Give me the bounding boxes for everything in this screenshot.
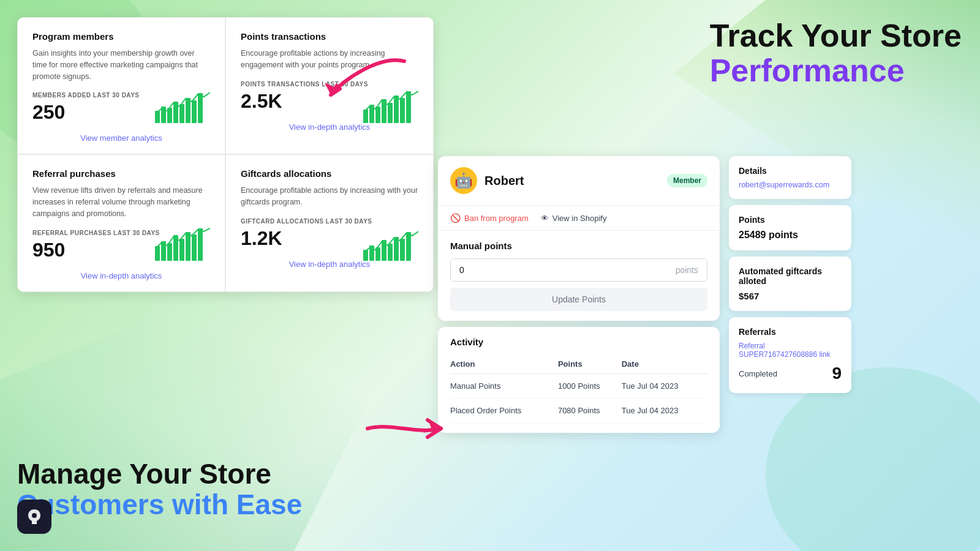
chart-members [155,89,210,123]
member-badge: Member [667,174,707,187]
card-referral-purchases: Referral purchases View revenue lifts dr… [17,154,225,291]
metric-label-giftcards: GIFTCARD ALLOCATIONS LAST 30 DAYS [241,218,418,225]
svg-rect-28 [388,244,393,261]
chart-giftcards [363,227,418,261]
col-action: Action [450,354,558,374]
chart-referral [155,227,210,261]
card-desc-referral: View revenue lifts driven by referrals a… [32,185,210,219]
detail-giftcards-value: $567 [739,291,842,301]
customer-main-panel: 🤖 Robert Member 🚫 Ban from program 👁 Vie… [438,156,720,433]
svg-rect-22 [192,234,197,261]
ban-label: Ban from program [464,214,529,223]
update-points-button[interactable]: Update Points [450,288,707,311]
completed-label: Completed [739,369,777,378]
svg-rect-25 [369,246,374,261]
svg-rect-24 [363,250,368,261]
chart-points [363,89,418,123]
card-title-giftcards: Giftcards allocations [241,168,418,179]
link-giftcards-analytics[interactable]: View in-depth analytics [241,260,418,269]
svg-rect-12 [388,103,393,123]
svg-rect-13 [394,96,399,123]
headline-customers: Customers with Ease [17,489,302,520]
metric-label-points: POINTS TRANSACTIONS LAST 30 DAYS [241,81,418,88]
svg-rect-7 [198,93,203,123]
svg-rect-1 [161,107,166,123]
headline-manage: Manage Your Store [17,459,302,490]
svg-rect-10 [375,107,380,123]
card-desc-points: Encourage profitable actions by increasi… [241,48,418,71]
link-referral-analytics[interactable]: View in-depth analytics [32,271,210,280]
link-member-analytics[interactable]: View member analytics [32,133,210,143]
ban-icon: 🚫 [450,213,461,223]
svg-rect-19 [173,235,178,261]
card-desc-members: Gain insights into your membership growt… [32,48,210,82]
svg-rect-16 [155,246,160,261]
view-shopify-label: View in Shopify [552,214,607,223]
svg-rect-17 [161,241,166,261]
analytics-cards-grid: Program members Gain insights into your … [17,17,434,292]
referral-link: Referral SUPER7167427608886 link [739,342,830,359]
points-suffix: points [667,259,707,281]
card-title-referral: Referral purchases [32,168,210,179]
svg-rect-33 [32,523,37,524]
points-input-row: points [450,258,707,282]
svg-rect-18 [167,243,172,261]
detail-title-referrals: Referrals [739,327,842,337]
svg-point-32 [32,513,37,518]
svg-rect-14 [400,98,405,123]
svg-rect-8 [363,110,368,123]
svg-rect-11 [382,99,386,123]
detail-title-giftcards: Automated giftcards alloted [739,266,842,286]
svg-rect-29 [394,237,399,261]
action-1: Manual Points [450,374,558,399]
card-title-points: Points transactions [241,31,418,42]
top-right-headline: Track Your Store Performance [710,18,962,88]
svg-rect-3 [173,102,178,123]
svg-rect-5 [186,98,190,123]
avatar: 🤖 [450,167,477,194]
activity-title: Activity [450,337,707,347]
svg-rect-2 [167,108,172,123]
app-logo [17,500,51,534]
svg-rect-30 [400,239,405,261]
svg-rect-23 [198,228,203,261]
date-1: Tue Jul 04 2023 [622,374,707,399]
detail-card-referrals: Referrals Referral SUPER7167427608886 li… [729,317,851,393]
card-points-transactions: Points transactions Encourage profitable… [225,17,434,154]
view-shopify-button[interactable]: 👁 View in Shopify [541,214,607,223]
card-giftcards: Giftcards allocations Encourage profitab… [225,154,434,291]
svg-rect-31 [406,232,411,261]
points-input[interactable] [451,259,667,281]
customer-header: 🤖 Robert Member [438,156,720,206]
link-points-analytics[interactable]: View in-depth analytics [241,122,418,132]
svg-rect-27 [382,240,386,261]
customer-actions: 🚫 Ban from program 👁 View in Shopify [438,206,720,230]
activity-section: Activity Action Points Date Manual Point… [438,327,720,433]
action-2: Placed Order Points [450,399,558,423]
manual-points-title: Manual points [450,241,707,251]
activity-row-1: Manual Points 1000 Points Tue Jul 04 202… [450,374,707,399]
card-desc-giftcards: Encourage profitable actions by increasi… [241,185,418,208]
logo-icon [24,507,44,527]
svg-rect-4 [179,104,184,123]
headline-track: Track Your Store [710,18,962,53]
activity-table: Action Points Date Manual Points 1000 Po… [450,354,707,423]
referral-count: 9 [832,364,842,383]
svg-rect-21 [186,232,190,261]
details-right-panel: Details robert@superrewards.com Points 2… [729,156,851,393]
eye-icon: 👁 [541,214,549,223]
detail-card-giftcards: Automated giftcards alloted $567 [729,257,851,311]
svg-rect-26 [375,247,380,261]
customer-info: 🤖 Robert [450,167,524,194]
manual-points-section: Manual points points Update Points [438,230,720,321]
ban-button[interactable]: 🚫 Ban from program [450,213,529,223]
detail-card-info: Details robert@superrewards.com [729,156,851,199]
svg-rect-9 [369,105,374,123]
col-date: Date [622,354,707,374]
activity-row-2: Placed Order Points 7080 Points Tue Jul … [450,399,707,423]
detail-card-points: Points 25489 points [729,205,851,250]
points-2: 7080 Points [558,399,622,423]
detail-email: robert@superrewards.com [739,181,842,189]
svg-rect-6 [192,100,197,123]
detail-title-info: Details [739,166,842,176]
